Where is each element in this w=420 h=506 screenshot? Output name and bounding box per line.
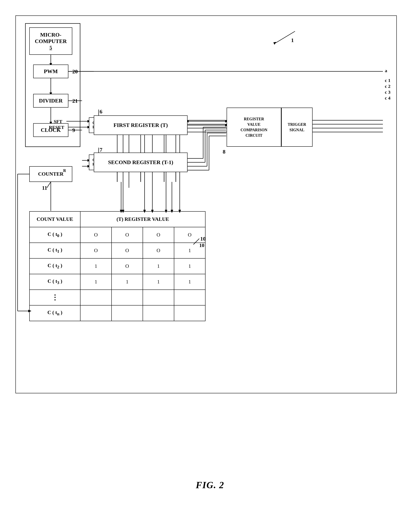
val-t1-1: O	[80, 243, 111, 258]
val-t0-3: O	[143, 227, 174, 243]
second-register-label: SECOND REGISTER (T-1)	[108, 159, 173, 166]
microcomputer-label: MICRO- COMPUTER	[30, 32, 72, 45]
svg-line-77	[194, 239, 199, 245]
diagram: MICRO- COMPUTER 5 PWM DIVIDER CLOCK CR F…	[12, 12, 408, 481]
diagram-lines	[12, 12, 408, 403]
label-a: a	[385, 68, 387, 73]
trigger-signal-label: TRIGGERSIGNAL	[288, 122, 306, 133]
divider-label: DIVIDER	[39, 97, 63, 104]
val-ellipsis-2	[111, 290, 143, 305]
data-table: COUNT VALUE (T) REGISTER VALUE C ( t0 ) …	[29, 211, 206, 321]
label-c4: c 4	[385, 95, 390, 101]
val-t0-2: O	[111, 227, 143, 243]
svg-line-53	[47, 182, 51, 188]
register-comparison-label: REGISTERVALUECOMPARISONCIRCUIT	[240, 116, 267, 138]
label-c2: c 2	[385, 84, 390, 89]
val-tn-2	[111, 305, 143, 321]
first-register-box: FIRST REGISTER (T)	[94, 115, 187, 135]
label-6: 6	[100, 109, 102, 115]
label-c3: c 3	[385, 90, 390, 95]
val-ellipsis-3	[143, 290, 174, 305]
val-t2-2: O	[111, 258, 143, 274]
val-t3-4: 1	[174, 274, 205, 290]
label-9: 9	[72, 127, 75, 133]
label-11: 11	[42, 185, 47, 191]
counter-r-label: R	[63, 168, 66, 173]
pwm-label: PWM	[44, 68, 58, 75]
val-t3-2: 1	[111, 274, 143, 290]
register-table: COUNT VALUE (T) REGISTER VALUE C ( t0 ) …	[29, 211, 206, 321]
first-register-label: FIRST REGISTER (T)	[114, 122, 168, 128]
val-t2-4: 1	[174, 258, 205, 274]
val-ellipsis-4	[174, 290, 205, 305]
table-row: C ( t0 ) O O O O	[30, 227, 205, 243]
label-7: 7	[100, 147, 102, 153]
val-t3-3: 1	[143, 274, 174, 290]
count-t1: C ( t1 )	[30, 243, 80, 258]
table-header-reg: (T) REGISTER VALUE	[80, 212, 205, 227]
val-tn-4	[174, 305, 205, 321]
sft-label: SFT	[54, 119, 62, 124]
divider-box: DIVIDER	[33, 94, 68, 107]
register-comparison-box: REGISTERVALUECOMPARISONCIRCUIT	[226, 107, 281, 147]
svg-marker-2	[273, 42, 276, 45]
table-row: C ( t1 ) O O O 1	[30, 243, 205, 258]
val-t3-1: 1	[80, 274, 111, 290]
val-tn-1	[80, 305, 111, 321]
count-t2: C ( t2 )	[30, 258, 80, 274]
microcomputer-box: MICRO- COMPUTER 5	[29, 27, 72, 55]
label-20: 20	[72, 68, 78, 75]
val-t2-1: 1	[80, 258, 111, 274]
second-register-box: SECOND REGISTER (T-1)	[94, 153, 187, 172]
label-10-arrow: 10	[187, 237, 211, 248]
microcomputer-number: 5	[30, 45, 72, 51]
svg-text:10: 10	[200, 237, 206, 242]
counter-label: COUNTER	[38, 171, 64, 177]
table-row: C ( tn )	[30, 305, 205, 321]
val-t1-3: O	[143, 243, 174, 258]
label-1: 1	[291, 37, 294, 43]
label-8: 8	[223, 149, 226, 155]
count-t3: C ( t3 )	[30, 274, 80, 290]
table-header-count: COUNT VALUE	[30, 212, 80, 227]
table-row: C ( t3 ) 1 1 1 1	[30, 274, 205, 290]
val-t2-3: 1	[143, 258, 174, 274]
label-c1: c 1	[385, 78, 390, 83]
label-21: 21	[72, 98, 78, 104]
figure-caption: FIG. 2	[196, 479, 224, 490]
trigger-signal-box: TRIGGERSIGNAL	[281, 107, 313, 147]
val-tn-3	[143, 305, 174, 321]
table-row: C ( t2 ) 1 O 1 1	[30, 258, 205, 274]
reset-label: RESET	[49, 125, 64, 130]
count-ellipsis: ⋮	[30, 290, 80, 305]
count-tn: C ( tn )	[30, 305, 80, 321]
val-t1-2: O	[111, 243, 143, 258]
table-row: ⋮	[30, 290, 205, 305]
count-t0: C ( t0 )	[30, 227, 80, 243]
pwm-box: PWM	[33, 65, 68, 78]
val-ellipsis-1	[80, 290, 111, 305]
val-t0-1: O	[80, 227, 111, 243]
counter-box: COUNTER R	[29, 166, 72, 182]
